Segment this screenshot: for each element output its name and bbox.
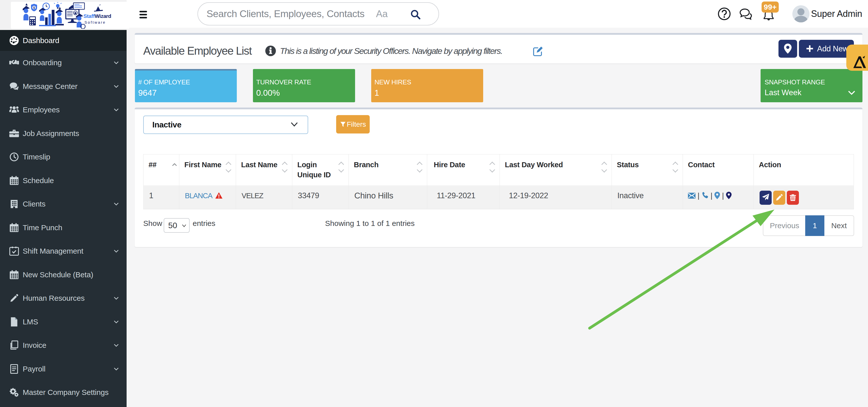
svg-text:$: $ [33,6,35,9]
svg-text:StaffWizard: StaffWizard [84,13,111,19]
svg-text:Software: Software [85,20,106,25]
